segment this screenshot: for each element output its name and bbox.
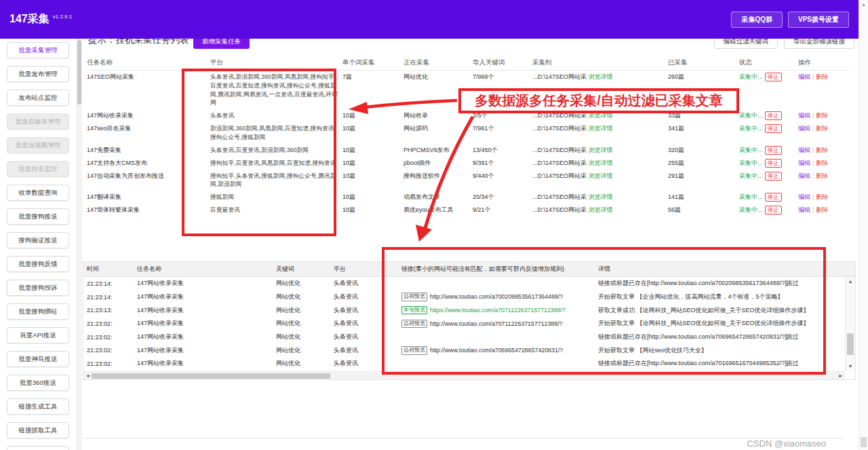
edit-link[interactable]: 编辑 [798, 73, 810, 80]
log-detail: 链接或标题已存在[http://www.toutiao.com/a7016965… [598, 359, 855, 368]
vps-dial-settings-button[interactable]: VPS拨号设置 [788, 12, 849, 28]
task-per-word: 10篇 [342, 193, 403, 202]
log-col-task: 任务名称 [137, 265, 276, 274]
sidebar-scrollbar[interactable] [76, 39, 82, 450]
topbar-actions: 采集QQ群 VPS拨号设置 [731, 12, 849, 28]
sidebar-item[interactable]: 批量搜狗投诉 [7, 280, 69, 296]
sidebar-item[interactable]: 批量短视频管理 [7, 137, 69, 153]
sidebar-item[interactable]: 搜狗验证推送 [7, 232, 69, 248]
edit-link[interactable]: 编辑 [798, 147, 810, 153]
page-scroll-up-icon[interactable]: ▲ [859, 2, 868, 7]
log-horizontal-scrollbar[interactable]: ◄ ► [83, 371, 845, 379]
qq-group-button[interactable]: 采集QQ群 [731, 12, 783, 28]
delete-link[interactable]: 删除 [816, 125, 828, 132]
sidebar-item[interactable]: 批量搜狗反馈 [7, 256, 69, 272]
task-name: 147SEO网站采集 [87, 73, 210, 81]
log-vscroll-thumb[interactable] [847, 333, 854, 355]
delete-link[interactable]: 删除 [816, 73, 828, 80]
edit-link[interactable]: 编辑 [798, 160, 810, 166]
sidebar-item[interactable]: 链接抓取工具 [7, 422, 69, 438]
log-link-cell: 远程预览http://www.toutiao.com/a707112263715… [401, 320, 598, 329]
sidebar-item[interactable]: 批量搜狗推送 [7, 208, 69, 225]
edit-link[interactable]: 编辑 [798, 172, 810, 179]
col-collecting: 正在采集 [403, 58, 473, 67]
log-time: 21:23:02: [87, 320, 137, 327]
task-import-keywords: 20/34个 [473, 193, 532, 202]
stop-button[interactable]: 停止 [765, 206, 782, 214]
sidebar-item[interactable]: 链接生成工具 [7, 398, 69, 415]
preview-button[interactable]: 本地预览 [401, 306, 427, 315]
task-platforms: 百度最资讯 [210, 206, 342, 214]
stop-button[interactable]: 停止 [765, 193, 782, 202]
task-collected-count: 141篇 [668, 193, 739, 202]
delete-link[interactable]: 删除 [816, 206, 828, 213]
stop-button[interactable]: 停止 [765, 159, 782, 168]
delete-link[interactable]: 删除 [816, 147, 828, 153]
delete-link[interactable]: 删除 [816, 160, 828, 166]
delete-link[interactable]: 删除 [816, 193, 828, 200]
page-scroll-thumb[interactable] [861, 437, 867, 447]
sidebar-item[interactable]: 批量360推送 [7, 375, 69, 391]
task-name: 147翻译采集 [87, 193, 210, 202]
stop-button[interactable]: 停止 [765, 146, 782, 155]
sidebar-item[interactable]: 收录数据查询 [7, 185, 69, 201]
task-ops: 编辑|删除 [798, 172, 849, 181]
saved-path: ...D:\147SEO网站采 [532, 206, 587, 213]
sidebar-item[interactable]: 批量排名监控 [7, 161, 69, 177]
delete-link[interactable]: 删除 [816, 172, 828, 179]
sidebar-item[interactable]: 伪原创工具 [7, 446, 69, 450]
log-detail: 开始获取文章 【诠网科技_网站SEO优化如何做_关于SEO优化详细操作步骤】 [598, 319, 855, 328]
edit-link[interactable]: 编辑 [798, 206, 810, 213]
preview-button[interactable]: 远程预览 [401, 293, 427, 301]
preview-button[interactable]: 远程预览 [401, 320, 427, 329]
scroll-left-icon[interactable]: ◄ [85, 372, 90, 380]
browse-detail-link[interactable]: 浏览详情 [589, 206, 613, 213]
task-platforms: 头条资讯 [210, 111, 342, 120]
page-scrollbar[interactable]: ▲ [859, 0, 868, 450]
preview-button[interactable]: 远程预览 [401, 346, 427, 355]
sidebar-item[interactable]: 批量搜狗绑站 [7, 303, 69, 320]
log-time: 21:23:02: [87, 347, 137, 354]
delete-link[interactable]: 删除 [816, 112, 828, 119]
sidebar-scrollbar-thumb[interactable] [77, 40, 81, 105]
task-collecting: pboot插件 [403, 159, 473, 168]
log-time: 21:23:14: [87, 294, 137, 301]
saved-path: ...D:\147SEO网站采 [532, 160, 587, 166]
edit-link[interactable]: 编辑 [798, 193, 810, 200]
log-link-cell: 本地预览https://www.toutiao.com/a70711226371… [401, 306, 598, 315]
sidebar-item[interactable]: 批量采集管理 [7, 42, 69, 58]
sidebar-item[interactable]: 批量自媒体管理 [7, 113, 69, 130]
scroll-up-icon[interactable]: ▲ [846, 278, 855, 285]
task-collecting: 网站优化 [403, 73, 473, 81]
log-row: 21:23:02: 147网站收录采集 网站优化 头条资讯 链接或标题已存在[h… [83, 331, 855, 344]
sidebar-item[interactable]: 批量发布管理 [7, 66, 69, 82]
browse-detail-link[interactable]: 浏览详情 [589, 147, 613, 153]
browse-detail-link[interactable]: 浏览详情 [589, 73, 613, 80]
browse-detail-link[interactable]: 浏览详情 [589, 193, 613, 200]
app-version: v1.2.9.1 [53, 14, 72, 20]
ops-divider: | [812, 160, 814, 166]
browse-detail-link[interactable]: 浏览详情 [589, 160, 613, 166]
ops-divider: | [812, 125, 814, 132]
log-detail: 链接或标题已存在[http://www.toutiao.com/a7002098… [598, 279, 855, 288]
task-ops: 编辑|删除 [798, 206, 849, 214]
browse-detail-link[interactable]: 浏览详情 [589, 125, 613, 132]
stop-button[interactable]: 停止 [765, 73, 782, 81]
edit-link[interactable]: 编辑 [798, 125, 810, 132]
log-keyword: 网站优化 [276, 346, 334, 355]
stop-button[interactable]: 停止 [765, 124, 782, 133]
sidebar-item[interactable]: 百度API推送 [7, 327, 69, 343]
log-platform: 头条资讯 [334, 293, 401, 301]
log-keyword: 网站优化 [276, 333, 334, 341]
stop-button[interactable]: 停止 [765, 172, 782, 181]
stop-button[interactable]: 停止 [765, 111, 782, 120]
browse-detail-link[interactable]: 浏览详情 [589, 172, 613, 179]
log-vertical-scrollbar[interactable]: ▲ ▼ [845, 277, 855, 371]
scroll-right-icon[interactable]: ► [838, 372, 843, 380]
scroll-down-icon[interactable]: ▼ [846, 363, 855, 370]
sidebar-item[interactable]: 发布站点监控 [7, 90, 69, 106]
sidebar-item[interactable]: 批量神马推送 [7, 351, 69, 367]
log-task-name: 147网站收录采集 [137, 279, 276, 288]
edit-link[interactable]: 编辑 [798, 112, 810, 119]
log-hscroll-thumb[interactable] [92, 373, 330, 379]
